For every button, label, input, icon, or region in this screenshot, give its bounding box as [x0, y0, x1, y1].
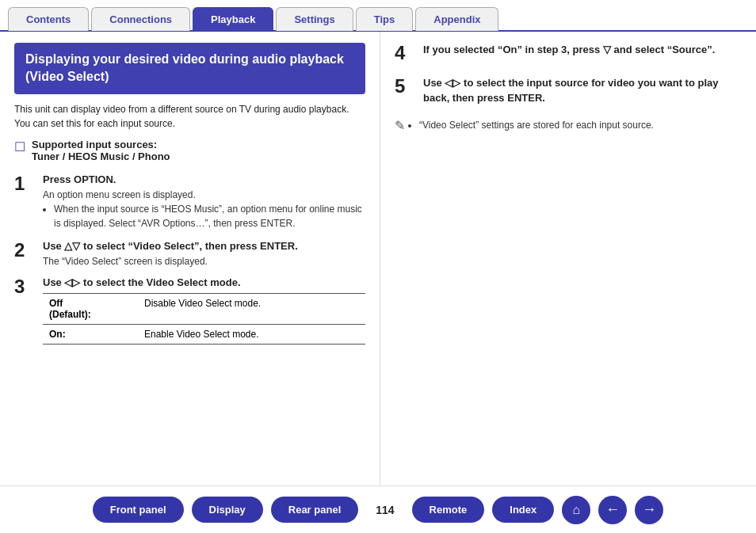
forward-button[interactable]: → — [635, 496, 663, 524]
tab-playback[interactable]: Playback — [193, 7, 273, 31]
step-1: 1 Press OPTION. An option menu screen is… — [14, 173, 365, 232]
main-content: Displaying your desired video during aud… — [0, 32, 756, 485]
step-5: 5 Use ◁▷ to select the input source for … — [395, 76, 742, 105]
bottom-bar: Front panel Display Rear panel 114 Remot… — [0, 485, 756, 533]
note-text: “Video Select” settings are stored for e… — [410, 118, 654, 132]
step-1-title: Press OPTION. — [43, 173, 365, 185]
step-5-title: Use ◁▷ to select the input source for vi… — [423, 76, 742, 105]
page-title: Displaying your desired video during aud… — [14, 43, 365, 94]
tab-appendix[interactable]: Appendix — [415, 7, 498, 31]
tab-settings[interactable]: Settings — [276, 7, 353, 31]
step-2-number: 2 — [14, 240, 36, 261]
pencil-icon: ✎ — [395, 118, 405, 133]
page-number: 114 — [366, 504, 403, 516]
step-1-number: 1 — [14, 173, 36, 194]
top-nav: Contents Connections Playback Settings T… — [0, 0, 756, 32]
left-column: Displaying your desired video during aud… — [0, 32, 380, 485]
table-cell-on-label: On: — [43, 324, 138, 344]
table-cell-off-desc: Disable Video Select mode. — [138, 293, 365, 324]
note-item: “Video Select” settings are stored for e… — [419, 118, 654, 132]
tab-contents[interactable]: Contents — [8, 7, 89, 31]
step-5-content: Use ◁▷ to select the input source for vi… — [423, 76, 742, 105]
step-4: 4 If you selected “On” in step 3, press … — [395, 43, 742, 63]
step-1-bullet: When the input source is “HEOS Music”, a… — [54, 202, 365, 230]
step-5-number: 5 — [395, 76, 417, 97]
step-4-number: 4 — [395, 43, 417, 63]
step-4-title: If you selected “On” in step 3, press ▽ … — [423, 43, 742, 57]
checkbox-icon: ☐ — [14, 139, 25, 154]
right-column: 4 If you selected “On” in step 3, press … — [380, 32, 756, 485]
back-button[interactable]: ← — [598, 496, 627, 524]
table-cell-off-label: Off(Default): — [43, 293, 138, 324]
table-row-on: On: Enable Video Select mode. — [43, 324, 365, 344]
note-section: ✎ “Video Select” settings are stored for… — [395, 118, 742, 133]
remote-button[interactable]: Remote — [412, 497, 485, 523]
step-1-content: Press OPTION. An option menu screen is d… — [43, 173, 365, 232]
step-2-content: Use △▽ to select “Video Select”, then pr… — [43, 240, 365, 268]
supported-sources: Tuner / HEOS Music / Phono — [32, 150, 170, 162]
step-1-body: An option menu screen is displayed. When… — [43, 188, 365, 230]
front-panel-button[interactable]: Front panel — [93, 497, 184, 523]
table-row-off: Off(Default): Disable Video Select mode. — [43, 293, 365, 324]
display-button[interactable]: Display — [192, 497, 263, 523]
step-2: 2 Use △▽ to select “Video Select”, then … — [14, 240, 365, 268]
tab-tips[interactable]: Tips — [356, 7, 414, 31]
step-3: 3 Use ◁▷ to select the Video Select mode… — [14, 276, 365, 345]
step-2-body: The “Video Select” screen is displayed. — [43, 254, 365, 268]
video-select-table: Off(Default): Disable Video Select mode.… — [43, 293, 365, 345]
step-4-content: If you selected “On” in step 3, press ▽ … — [423, 43, 742, 57]
tab-connections[interactable]: Connections — [91, 7, 190, 31]
supported-label: Supported input sources: — [32, 139, 170, 150]
supported-sources-box: ☐ Supported input sources: Tuner / HEOS … — [14, 139, 365, 162]
rear-panel-button[interactable]: Rear panel — [271, 497, 358, 523]
step-3-number: 3 — [14, 276, 36, 297]
step-2-title: Use △▽ to select “Video Select”, then pr… — [43, 240, 365, 252]
intro-text: This unit can display video from a diffe… — [14, 102, 365, 131]
step-3-content: Use ◁▷ to select the Video Select mode. … — [43, 276, 365, 345]
home-button[interactable]: ⌂ — [562, 496, 590, 524]
table-cell-on-desc: Enable Video Select mode. — [138, 324, 365, 344]
index-button[interactable]: Index — [492, 497, 554, 523]
step-3-title: Use ◁▷ to select the Video Select mode. — [43, 276, 365, 288]
